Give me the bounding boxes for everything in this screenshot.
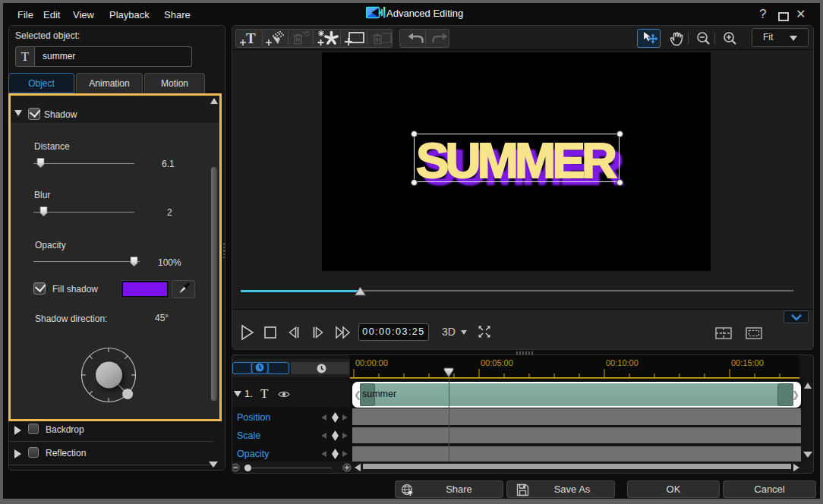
svg-text:T: T (246, 30, 256, 46)
